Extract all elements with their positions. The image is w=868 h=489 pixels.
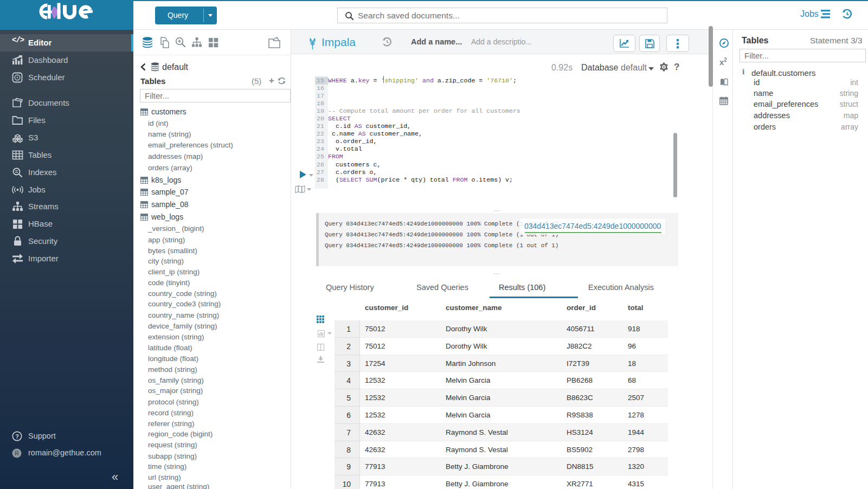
svg-text:?: ? — [15, 433, 19, 440]
svg-text:R: R — [15, 450, 19, 456]
